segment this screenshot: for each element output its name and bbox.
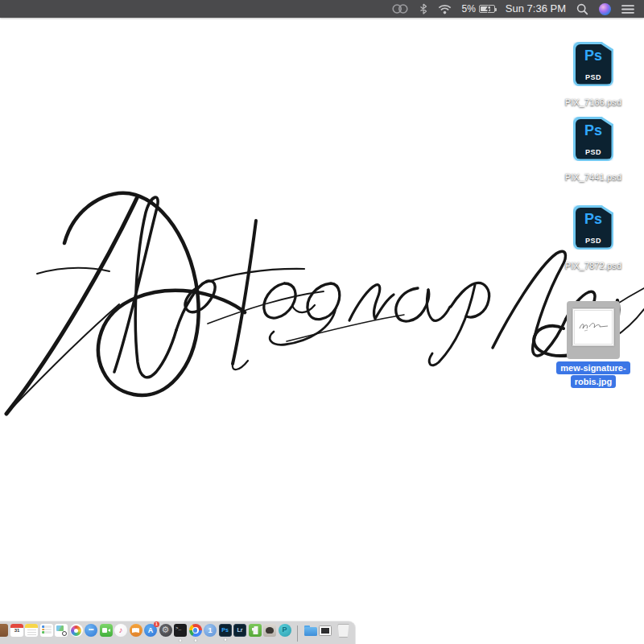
photoshop-file-icon: Ps PSD [573,42,613,86]
dock-downloads-folder[interactable] [304,625,317,638]
dock-evernote[interactable] [249,624,262,637]
file-label: PIX_7441.psd [565,172,621,182]
desktop-file-jpg-selected[interactable] [567,301,620,359]
dock-pixelmator[interactable]: P [279,624,291,637]
battery-percent: 5% [462,3,476,14]
dock-terminal[interactable]: >_ [174,624,187,637]
dock-system-preferences[interactable]: ⚙ [159,624,172,637]
menu-clock[interactable]: Sun 7:36 PM [506,0,566,18]
dock-photoshop[interactable]: Ps [219,624,232,637]
desktop-file-psd-2[interactable]: Ps PSD PIX_7441.psd [537,117,644,184]
photoshop-file-icon: Ps PSD [573,117,613,161]
running-indicator [224,638,226,641]
dock: 31 ••• ♪ A 1 ⚙ >_ [0,621,356,644]
running-indicator [180,639,182,642]
dock-app-store[interactable]: A 1 [144,624,157,637]
dock-divider [297,625,298,642]
wifi-icon[interactable] [438,0,452,18]
notification-center-icon[interactable] [621,0,634,18]
battery-indicator[interactable]: 5% [462,0,495,18]
dock-facetime[interactable] [100,624,113,637]
menu-bar: 5% Sun 7:36 PM [0,0,644,18]
dock-messages[interactable]: ••• [85,624,97,637]
dock-itunes[interactable]: ♪ [114,624,127,637]
creative-cloud-icon[interactable] [391,0,409,18]
bluetooth-icon[interactable] [419,0,427,18]
spotlight-icon[interactable] [576,0,588,18]
dock-minimized-window[interactable] [319,625,332,636]
dock-lightroom[interactable]: Lr [233,624,246,637]
dock-notes[interactable] [25,624,38,637]
dock-preview[interactable] [55,624,68,637]
file-label: PIX_7166.psd [565,97,621,107]
dock-chrome[interactable] [189,624,202,637]
dock-reminders[interactable] [40,624,53,637]
app-store-badge: 1 [154,621,159,627]
dock-gimp[interactable] [263,624,276,637]
dock-books[interactable] [130,624,142,637]
dock-calendar[interactable]: 31 [10,624,23,637]
desktop-file-psd-3[interactable]: Ps PSD PIX_7872.psd [537,205,644,272]
dock-1password[interactable]: 1 [204,624,217,637]
dock-photos[interactable] [70,624,83,637]
running-indicator [194,639,196,642]
jpg-file-label[interactable]: mew-signature- robis.jpg [529,361,644,388]
desktop-file-psd-1[interactable]: Ps PSD PIX_7166.psd [537,42,644,109]
dock-contacts[interactable] [0,624,8,637]
battery-icon [479,5,495,13]
file-label: PIX_7872.psd [565,261,621,270]
desktop: 5% Sun 7:36 PM [0,0,644,644]
dock-trash[interactable] [337,624,350,638]
jpg-thumbnail [572,308,614,346]
photoshop-file-icon: Ps PSD [573,205,613,250]
siri-icon[interactable] [599,0,611,18]
